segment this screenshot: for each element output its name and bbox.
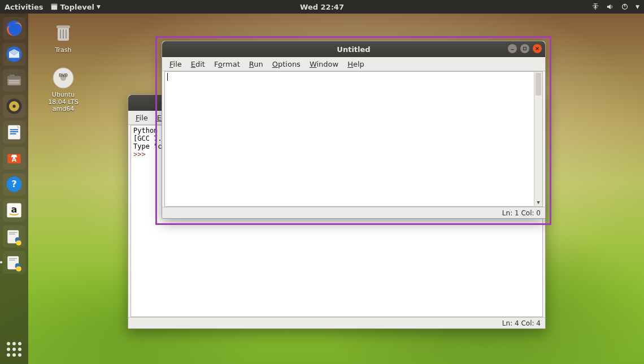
shell-cursor-position: Ln: 4 Col: 4 <box>502 319 541 327</box>
idle-editor-icon[interactable] <box>3 251 25 274</box>
svg-text:?: ? <box>11 179 16 189</box>
network-icon[interactable] <box>591 3 599 11</box>
editor-window[interactable]: Untitled FileFile EditEdit FormatFormat … <box>162 41 546 219</box>
help-icon[interactable]: ? <box>3 173 25 196</box>
desktop: Activities Toplevel ▼ Wed 22:47 ▼ <box>0 0 644 364</box>
trash-icon <box>51 20 76 45</box>
editor-cursor-position: Ln: 1 Col: 0 <box>502 209 541 217</box>
editor-menu-options[interactable]: OptionsOptions <box>268 59 304 70</box>
rhythmbox-icon[interactable] <box>3 95 25 118</box>
svg-rect-29 <box>9 258 17 259</box>
shell-prompt: >>> <box>133 150 150 158</box>
editor-title-text: Untitled <box>337 45 370 54</box>
svg-text:A: A <box>12 156 17 163</box>
svg-rect-10 <box>9 80 19 81</box>
trash-label: Trash <box>55 46 71 54</box>
svg-rect-26 <box>9 232 17 233</box>
svg-rect-18 <box>10 133 16 135</box>
svg-rect-30 <box>9 260 15 261</box>
svg-text:DVD: DVD <box>59 73 67 77</box>
ubuntu-iso-desktop-icon[interactable]: DVD Ubuntu 18.04 LTS amd64 <box>45 66 81 113</box>
shell-statusbar: Ln: 4 Col: 4 <box>128 317 545 328</box>
show-applications-button[interactable] <box>3 338 25 361</box>
volume-icon[interactable] <box>606 3 614 11</box>
svg-point-14 <box>12 105 15 107</box>
trash-desktop-icon[interactable]: Trash <box>45 20 81 54</box>
svg-rect-27 <box>9 234 15 235</box>
editor-menu-format[interactable]: FormatFormat <box>210 59 244 70</box>
svg-rect-16 <box>10 129 18 131</box>
toplevel-icon <box>50 3 58 11</box>
editor-statusbar: Ln: 1 Col: 0 <box>162 207 545 218</box>
vertical-scrollbar[interactable]: ▲ ▼ <box>534 72 542 206</box>
text-caret <box>167 73 168 81</box>
svg-rect-1 <box>51 4 57 6</box>
maximize-button[interactable] <box>520 44 529 53</box>
svg-rect-11 <box>9 83 19 84</box>
minimize-button[interactable] <box>508 44 517 53</box>
scroll-down-arrow[interactable]: ▼ <box>534 198 542 206</box>
top-bar: Activities Toplevel ▼ Wed 22:47 ▼ <box>0 0 644 14</box>
svg-text:a: a <box>11 204 18 215</box>
chevron-down-icon: ▼ <box>97 4 101 10</box>
ubuntu-iso-label: Ubuntu 18.04 LTS amd64 <box>48 92 78 113</box>
activities-button[interactable]: Activities <box>5 3 43 11</box>
svg-rect-32 <box>56 25 70 28</box>
app-menu[interactable]: Toplevel ▼ <box>50 3 101 11</box>
scroll-thumb[interactable] <box>536 73 541 96</box>
clock[interactable]: Wed 22:47 <box>300 3 344 11</box>
thunderbird-icon[interactable] <box>3 43 25 66</box>
svg-rect-17 <box>10 131 18 132</box>
editor-menu-help[interactable]: HelpHelp <box>343 59 368 70</box>
dvd-icon: DVD <box>51 66 76 90</box>
libreoffice-writer-icon[interactable] <box>3 121 25 144</box>
editor-text-area[interactable]: ▲ ▼ <box>164 71 543 207</box>
firefox-icon[interactable] <box>3 17 25 40</box>
editor-menubar: FileFile EditEdit FormatFormat RunRun Op… <box>162 57 545 71</box>
editor-menu-run[interactable]: RunRun <box>245 59 267 70</box>
app-menu-label: Toplevel <box>60 3 94 11</box>
launcher-dock: A ? a <box>0 14 28 364</box>
chevron-down-icon[interactable]: ▼ <box>636 4 639 10</box>
editor-menu-edit[interactable]: EditEdit <box>187 59 209 70</box>
svg-rect-41 <box>524 47 526 50</box>
editor-titlebar[interactable]: Untitled <box>162 41 545 57</box>
editor-menu-file[interactable]: FileFile <box>166 59 186 70</box>
svg-rect-9 <box>10 75 15 77</box>
files-icon[interactable] <box>3 69 25 92</box>
amazon-icon[interactable]: a <box>3 199 25 222</box>
svg-point-2 <box>595 6 596 7</box>
power-icon[interactable] <box>621 3 629 11</box>
editor-menu-window[interactable]: WindowWindow <box>306 59 342 70</box>
close-button[interactable] <box>533 44 542 53</box>
ubuntu-software-icon[interactable]: A <box>3 147 25 170</box>
idle-shell-icon[interactable] <box>3 225 25 248</box>
shell-menu-file[interactable]: FFileile <box>132 112 152 123</box>
